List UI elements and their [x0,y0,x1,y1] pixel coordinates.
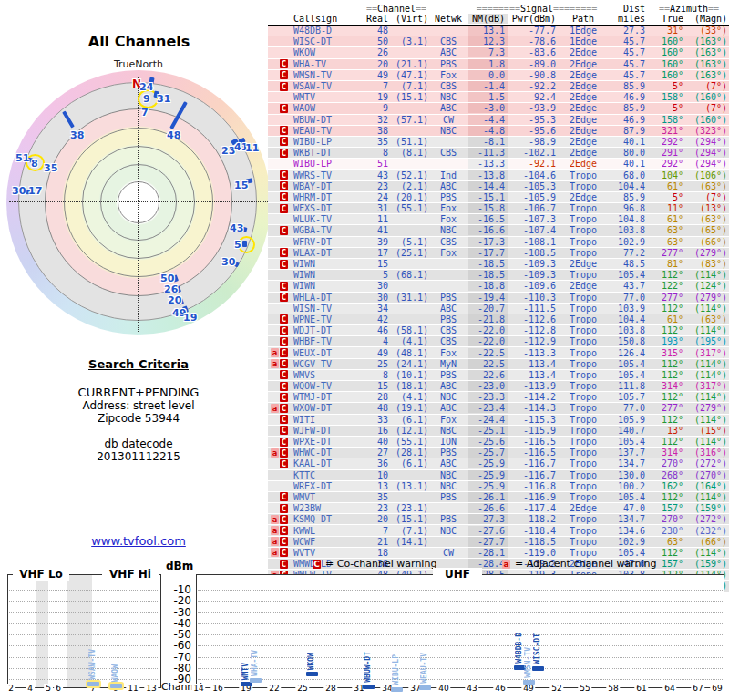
cell-path: Tropo [561,214,605,224]
cell-azimuth-magn: (114°) [683,359,729,369]
cell-virtual-channel: (4.1) [388,336,428,346]
cell-azimuth-magn: (33°) [683,26,729,36]
co-channel-icon: C [313,560,321,569]
cell-dist-miles: 45.7 [605,36,649,46]
cell-nm-db: -22.0 [468,336,508,346]
cell-pwr-dbm: -116.7 [508,458,561,468]
adjacent-channel-icon: a [271,359,279,368]
cell-dist-miles: 102.9 [605,237,649,247]
cell-real-channel: 35 [364,492,388,502]
co-channel-icon: C [280,492,288,501]
cell-network: NBC [428,526,468,536]
table-row: CWIWN30-18.8-109.62Edge43.7122°(124°) [268,281,729,292]
cell-dist-miles: 104.4 [605,181,649,191]
cell-azimuth-magn: (294°) [683,148,729,158]
cell-nm-db: 7.3 [468,47,508,57]
cell-callsign: WIWN [288,270,364,280]
cell-network: PBS [428,448,468,458]
table-row: CWDJT-DT46(58.1)CBS-22.0-112.8Tropo103.8… [268,325,729,336]
cell-network: PBS [428,293,468,303]
cell-azimuth-true: 112° [649,370,683,380]
cell-dist-miles: 96.8 [605,203,649,213]
cell-nm-db: -27.7 [468,537,508,547]
co-channel-icon: C [280,70,288,79]
cell-azimuth-magn: (316°) [683,448,729,458]
cell-callsign: WMVS [288,370,364,380]
cell-real-channel: 51 [364,159,388,169]
cell-network: NBC [428,392,468,402]
cell-azimuth-true: 112° [649,325,683,335]
table-row: aCKWWL7(7.1)NBC-27.6-118.4Tropo134.6230°… [268,525,729,536]
dbm-gridline [9,645,159,646]
cell-pwr-dbm: -106.7 [508,203,561,213]
table-row: CWLAX-DT17(25.1)Fox-17.7-108.5Tropo77.22… [268,248,729,259]
co-channel-icon: C [280,415,288,424]
cell-pwr-dbm: -107.4 [508,225,561,235]
warning-markers: C [268,415,288,424]
cell-dist-miles: 105.4 [605,437,649,447]
cell-azimuth-true: 63° [649,537,683,547]
cell-azimuth-magn: (317°) [683,381,729,391]
cell-virtual-channel: (31.1) [388,293,428,303]
cell-dist-miles: 100.2 [605,481,649,491]
cell-callsign: WTMJ-DT [288,392,364,402]
group-dist: Dist [605,4,649,14]
polar-channel-label: 5 [234,239,241,251]
signal-bar [110,684,122,688]
signal-bar [391,687,403,692]
signal-bar [523,680,535,685]
signal-bar-label: W48DB-D [515,633,523,664]
co-channel-icon: C [280,459,288,468]
cell-callsign: WXOW-DT [288,403,364,413]
co-channel-icon: C [280,104,288,113]
cell-nm-db: -25.7 [468,448,508,458]
cell-real-channel: 15 [364,381,388,391]
cell-azimuth-magn: (163°) [683,47,729,57]
cell-azimuth-magn: (114°) [683,415,729,425]
cell-nm-db: 1.8 [468,59,508,69]
cell-network: Fox [428,70,468,80]
polar-crosshair-horizontal [9,201,270,202]
cell-real-channel: 35 [364,137,388,147]
cell-azimuth-magn: (195°) [683,336,729,346]
cell-azimuth-magn: (66°) [683,237,729,247]
cell-network: NBC [428,481,468,491]
table-row: CWWRS-TV43(52.1)Ind-13.8-104.6Tropo68.01… [268,170,729,180]
cell-dist-miles: 105.4 [605,492,649,502]
cell-path: 2Edge [561,259,605,269]
cell-nm-db: -17.3 [468,237,508,247]
uhf-channel-tick: 16 [210,684,224,693]
cell-azimuth-magn: (317°) [683,348,729,358]
warning-markers: C [268,459,288,468]
cell-azimuth-true: 292° [649,159,683,169]
co-channel-icon: C [280,170,288,180]
cell-nm-db: -27.6 [468,526,508,536]
cell-virtual-channel: (15.1) [388,92,428,102]
cell-path: Tropo [561,370,605,380]
cell-dist-miles: 46.9 [605,92,649,102]
tvfool-link[interactable]: www.tvfool.com [91,534,186,548]
cell-path: Tropo [561,526,605,536]
cell-azimuth-magn: (279°) [683,248,729,258]
warning-markers: C [268,226,288,235]
cell-pwr-dbm: -112.9 [508,336,561,346]
cell-dist-miles: 134.7 [605,458,649,468]
cell-path: Tropo [561,336,605,346]
cell-virtual-channel: (55.1) [388,203,428,213]
cell-nm-db: -8.1 [468,137,508,147]
signal-bar [363,685,375,689]
cell-azimuth-true: 112° [649,492,683,502]
cell-azimuth-magn: (279°) [683,403,729,413]
channel-signal-dot [242,241,247,247]
signal-bar [532,666,544,671]
cell-dist-miles: 105.4 [605,270,649,280]
cell-dist-miles: 105.9 [605,415,649,425]
cell-pwr-dbm: -113.3 [508,348,561,358]
cell-real-channel: 38 [364,126,388,136]
cell-nm-db: -11.3 [468,148,508,158]
cell-dist-miles: 46.9 [605,115,649,125]
cell-network: NBC [428,225,468,235]
cell-pwr-dbm: -95.6 [508,126,561,136]
cell-real-channel: 46 [364,325,388,335]
polar-channel-label: 48 [167,129,180,141]
